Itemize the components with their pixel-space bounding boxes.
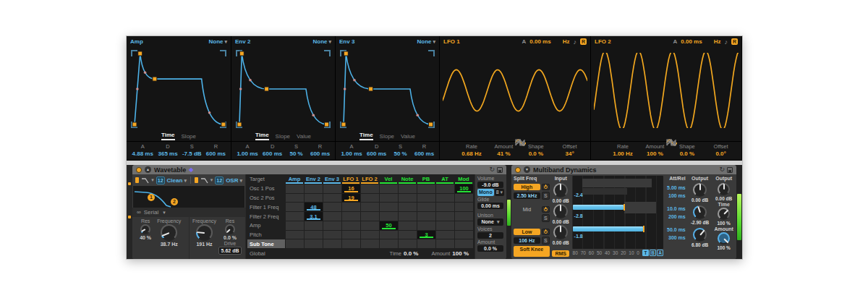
tab-time[interactable]: Time <box>161 132 175 140</box>
matrix-cell[interactable] <box>380 194 398 203</box>
save-preset-icon[interactable] <box>497 167 503 173</box>
env2-graph[interactable] <box>231 47 335 131</box>
matrix-cell[interactable] <box>436 231 454 239</box>
matrix-cell[interactable] <box>305 231 323 239</box>
random-shape-icon[interactable] <box>666 139 676 146</box>
time-value[interactable]: 100 % <box>717 221 730 226</box>
matrix-cell[interactable] <box>323 184 341 193</box>
filter-response-display[interactable]: 1 2 <box>133 186 244 208</box>
tab-time[interactable]: Time <box>359 132 373 140</box>
high-solo-button[interactable]: S <box>542 192 550 200</box>
matrix-cell[interactable]: 3.1 <box>305 212 323 221</box>
matrix-cell[interactable] <box>455 212 473 221</box>
tab-slope[interactable]: Slope <box>380 133 394 140</box>
decay-value[interactable]: 600 ms <box>260 150 284 157</box>
matrix-cell[interactable] <box>417 194 435 203</box>
decay-value[interactable]: 365 ms <box>156 150 179 157</box>
high-output-knob[interactable] <box>693 183 707 197</box>
filter2-slope-button[interactable]: 12 <box>215 177 224 184</box>
matrix-column-header[interactable]: Amp <box>285 175 304 184</box>
mod-source-select[interactable]: None▾ <box>312 38 331 45</box>
poly-voices-select[interactable]: 8▾ <box>495 189 504 196</box>
save-preset-icon[interactable] <box>727 167 733 173</box>
matrix-cell[interactable] <box>455 194 473 203</box>
sustain-value[interactable]: 50 % <box>388 150 412 157</box>
fold-device-button[interactable]: ▼ <box>524 166 530 173</box>
filter-routing-select[interactable]: ∞ Serial ▾ <box>132 208 245 217</box>
matrix-cell[interactable]: 19 <box>342 194 360 203</box>
shape-value[interactable]: 0.0 % <box>671 150 703 157</box>
matrix-cell[interactable] <box>305 221 323 230</box>
filter1-slope-button[interactable]: 12 <box>156 177 165 184</box>
matrix-cell[interactable] <box>323 194 341 203</box>
filter2-badge[interactable]: 2 <box>171 198 178 205</box>
device-drag-strip[interactable] <box>127 165 132 259</box>
matrix-row-sub-tone[interactable]: Sub Tone <box>247 239 285 248</box>
matrix-column-header[interactable]: LFO 2 <box>360 175 379 184</box>
high-band-button[interactable]: High <box>514 184 540 190</box>
mono-poly-button[interactable]: Mono <box>477 189 494 196</box>
low-input-knob[interactable] <box>553 225 568 239</box>
low-output-knob[interactable] <box>693 228 707 242</box>
matrix-cell[interactable] <box>417 212 435 221</box>
matrix-cell[interactable] <box>399 221 417 230</box>
rms-button[interactable]: RMS <box>552 250 569 257</box>
release-value[interactable]: 600 ms <box>412 150 436 157</box>
sync-note-icon[interactable]: ♪ <box>724 38 728 46</box>
offset-value[interactable]: 34° <box>552 150 587 157</box>
matrix-cell[interactable] <box>436 221 454 230</box>
matrix-cell[interactable]: 48 <box>305 203 323 211</box>
matrix-cell[interactable] <box>305 239 323 248</box>
matrix-cell[interactable] <box>361 203 379 211</box>
master-output-value[interactable]: 0.00 dB <box>715 196 732 201</box>
matrix-cell[interactable] <box>361 194 379 203</box>
tab-time[interactable]: Time <box>255 132 269 140</box>
matrix-column-header[interactable]: Mod <box>454 175 473 184</box>
lfo1-waveform-display[interactable] <box>440 47 590 141</box>
retrigger-button[interactable]: R <box>731 38 738 45</box>
filter2-freq-knob[interactable] <box>196 224 213 241</box>
voices-value[interactable]: 2 <box>477 232 503 239</box>
matrix-cell[interactable] <box>380 203 398 211</box>
hotswap-device-icon[interactable]: ↻ <box>719 166 725 173</box>
global-time[interactable]: Time0.0 % <box>390 250 419 257</box>
attack-value[interactable]: 1.00 ms <box>339 150 365 157</box>
device-activator-led[interactable] <box>136 167 142 173</box>
mid-output-knob[interactable] <box>693 205 707 219</box>
glide-value[interactable]: 0.00 ms <box>477 203 503 209</box>
matrix-row-global[interactable]: Global <box>247 250 285 257</box>
matrix-column-header[interactable]: Env 3 <box>323 175 341 184</box>
amount-value[interactable]: 41 % <box>488 150 519 157</box>
rate-value[interactable]: 1.00 Hz <box>607 150 639 157</box>
matrix-row-filter-1-freq[interactable]: Filter 1 Freq <box>247 203 285 211</box>
amount-value[interactable]: 100 % <box>717 245 730 250</box>
filter1-badge[interactable]: 1 <box>148 194 155 201</box>
hotswap-icon[interactable]: ◆ <box>189 167 193 173</box>
matrix-cell[interactable] <box>323 221 341 230</box>
matrix-cell[interactable] <box>417 184 435 193</box>
lfo-attack-value[interactable]: 0.00 ms <box>529 38 550 45</box>
high-attack-value[interactable]: 5.00 ms <box>667 184 686 192</box>
matrix-cell[interactable] <box>399 203 417 211</box>
matrix-cell[interactable] <box>436 184 454 193</box>
matrix-cell[interactable] <box>399 184 417 193</box>
multiband-title-bar[interactable]: ▼ Multiband Dynamics ↻ <box>511 165 736 174</box>
matrix-cell[interactable] <box>455 221 473 230</box>
high-input-knob[interactable] <box>553 183 568 197</box>
res-value[interactable]: 40 % <box>140 235 151 240</box>
tab-value[interactable]: Value <box>401 133 415 140</box>
sustain-value[interactable]: 50 % <box>284 150 308 157</box>
time-knob[interactable] <box>718 208 730 220</box>
matrix-cell[interactable] <box>399 231 417 239</box>
amp-envelope-graph[interactable] <box>127 47 231 131</box>
low-band-power-button[interactable] <box>542 229 550 235</box>
rate-value[interactable]: 0.68 Hz <box>456 150 488 157</box>
matrix-cell[interactable] <box>342 221 360 230</box>
matrix-cell[interactable] <box>436 203 454 211</box>
amount-value[interactable]: 100 % <box>639 150 671 157</box>
matrix-cell[interactable] <box>286 194 304 203</box>
mid-output-value[interactable]: -2.90 dB <box>691 220 709 225</box>
matrix-cell[interactable] <box>380 212 398 221</box>
matrix-cell[interactable] <box>436 212 454 221</box>
matrix-column-header[interactable]: LFO 1 <box>341 175 360 184</box>
